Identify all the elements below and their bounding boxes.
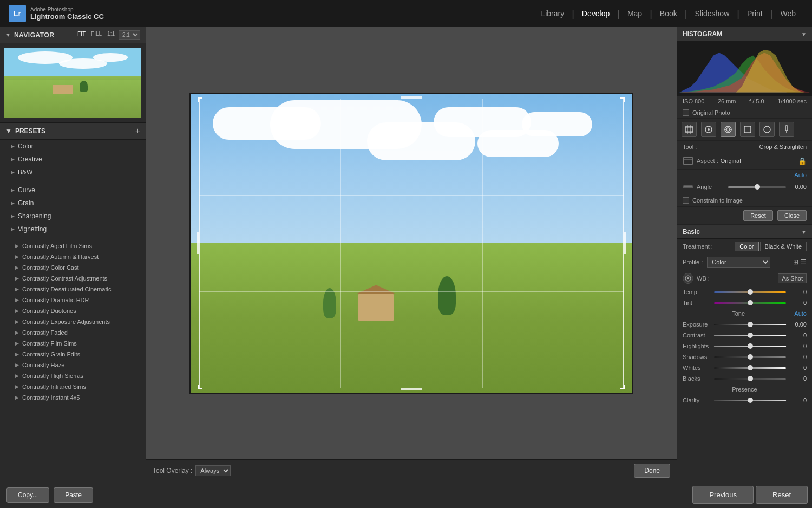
list-item[interactable]: ▶ Contrastly High Sierras (0, 370, 146, 381)
zoom-fit[interactable]: FIT (76, 30, 87, 40)
treatment-label: Treatment : (683, 243, 713, 250)
histogram-header[interactable]: Histogram ▼ (677, 27, 812, 42)
preset-gap-2 (0, 236, 146, 240)
list-item[interactable]: ▶ Contrastly Duotones (0, 305, 146, 316)
list-item[interactable]: ▶ Contrastly Dramatic HDR (0, 295, 146, 305)
whites-thumb[interactable] (748, 365, 753, 370)
auto-tone-button[interactable]: Auto (794, 310, 807, 317)
highlights-thumb[interactable] (748, 343, 753, 349)
list-item[interactable]: ▶ Contrastly Infrared Sims (0, 381, 146, 392)
angle-slider[interactable] (728, 186, 786, 188)
profile-grid-icon[interactable]: ⊞ (793, 258, 798, 266)
nav-book[interactable]: Book (652, 0, 685, 27)
list-item[interactable]: ▶ Contrastly Exposure Adjustments (0, 316, 146, 327)
exposure-thumb[interactable] (748, 322, 753, 327)
preset-group-grain-item[interactable]: ▶ Grain (0, 197, 146, 210)
crop-handle-tl[interactable] (198, 97, 202, 102)
list-item[interactable]: ▶ Contrastly Color Cast (0, 262, 146, 273)
reset-all-button[interactable]: Reset (756, 486, 808, 504)
zoom-custom[interactable]: 2:1 (119, 30, 140, 40)
list-item[interactable]: ▶ Contrastly Desaturated Cinematic (0, 284, 146, 295)
nav-print[interactable]: Print (739, 0, 770, 27)
crop-straighten-icon[interactable] (721, 122, 736, 137)
exposure-slider[interactable] (714, 324, 786, 325)
reset-crop-button[interactable]: Reset (743, 210, 773, 221)
crop-handle-br[interactable] (620, 385, 625, 389)
basic-panel-header[interactable]: Basic ▼ (677, 225, 812, 239)
clarity-label: Clarity (683, 397, 710, 403)
tool-overlay-select[interactable]: Always Never (195, 465, 231, 476)
treatment-bw-option[interactable]: Black & White (760, 242, 807, 251)
auto-button[interactable]: Auto (794, 172, 807, 178)
preset-group-bw-item[interactable]: ▶ B&W (0, 166, 146, 179)
crop-handle-bottom[interactable] (401, 388, 422, 390)
navigator-header[interactable]: ▼ Navigator FIT FILL 1:1 2:1 (0, 27, 146, 43)
clarity-slider[interactable] (714, 400, 786, 401)
list-item[interactable]: ▶ Contrastly Haze (0, 360, 146, 370)
shadows-slider[interactable] (714, 356, 786, 358)
nav-web[interactable]: Web (772, 0, 803, 27)
shadows-thumb[interactable] (748, 354, 753, 360)
blacks-slider[interactable] (714, 378, 786, 380)
crop-handle-bl[interactable] (198, 385, 202, 389)
add-preset-button[interactable]: + (135, 126, 140, 136)
done-button[interactable]: Done (634, 464, 670, 478)
preset-group-sharpening-item[interactable]: ▶ Sharpening (0, 210, 146, 223)
paste-button[interactable]: Paste (54, 487, 93, 503)
constrain-checkbox[interactable] (683, 197, 689, 204)
temp-thumb[interactable] (748, 289, 753, 295)
whites-slider[interactable] (714, 367, 786, 369)
preset-group-curve-item[interactable]: ▶ Curve (0, 184, 146, 197)
presence-header: Presence (677, 384, 812, 395)
spot-removal-icon[interactable] (701, 122, 716, 137)
list-item[interactable]: ▶ Contrastly Grain Edits (0, 349, 146, 360)
contrast-slider[interactable] (714, 335, 786, 336)
tint-slider[interactable] (714, 302, 786, 304)
temp-slider[interactable] (714, 291, 786, 293)
preset-group-vignetting-item[interactable]: ▶ Vignetting (0, 223, 146, 236)
crop-handle-left[interactable] (197, 232, 199, 254)
treatment-color-option[interactable]: Color (735, 242, 758, 251)
wb-eyedropper-icon[interactable] (683, 273, 693, 284)
blacks-thumb[interactable] (748, 376, 753, 381)
list-item[interactable]: ▶ Contrastly Aged Film Sims (0, 240, 146, 251)
tint-thumb[interactable] (748, 300, 753, 305)
previous-button[interactable]: Previous (692, 486, 754, 504)
nav-slideshow[interactable]: Slideshow (687, 0, 737, 27)
preset-group-creative-item[interactable]: ▶ Creative (0, 153, 146, 166)
preset-group-color-item[interactable]: ▶ Color (0, 140, 146, 153)
crop-tool-icon[interactable] (682, 122, 697, 137)
preset-item-tri: ▶ (15, 319, 19, 324)
presets-header[interactable]: ▼ Presets + (0, 122, 146, 140)
preset-item-label: Contrastly Haze (22, 362, 64, 368)
highlights-slider[interactable] (714, 346, 786, 347)
clarity-thumb[interactable] (748, 398, 753, 403)
list-item[interactable]: ▶ Contrastly Instant 4x5 (0, 392, 146, 403)
navigator-title: Navigator (14, 31, 76, 39)
crop-handle-tr[interactable] (620, 97, 625, 102)
contrast-thumb[interactable] (748, 333, 753, 338)
list-item[interactable]: ▶ Contrastly Faded (0, 327, 146, 338)
preset-group-sharpening-tri: ▶ (11, 213, 15, 219)
close-crop-button[interactable]: Close (777, 210, 807, 221)
nav-develop[interactable]: Develop (574, 0, 617, 27)
profile-list-icon[interactable]: ☰ (801, 258, 807, 266)
angle-thumb[interactable] (755, 184, 760, 190)
copy-button[interactable]: Copy... (6, 487, 49, 503)
zoom-1-1[interactable]: 1:1 (106, 30, 116, 40)
original-photo-checkbox[interactable] (683, 109, 689, 116)
crop-handle-top[interactable] (401, 96, 422, 99)
adjustment-brush-icon[interactable] (779, 122, 794, 137)
nav-library[interactable]: Library (533, 0, 572, 27)
nav-map[interactable]: Map (620, 0, 650, 27)
list-item[interactable]: ▶ Contrastly Contrast Adjustments (0, 273, 146, 284)
wb-value-select[interactable]: As Shot (778, 273, 807, 283)
aspect-lock-icon[interactable]: 🔒 (798, 157, 807, 165)
zoom-fill[interactable]: FILL (89, 30, 103, 40)
red-eye-icon[interactable] (740, 122, 755, 137)
list-item[interactable]: ▶ Contrastly Autumn & Harvest (0, 251, 146, 262)
list-item[interactable]: ▶ Contrastly Film Sims (0, 338, 146, 349)
profile-select[interactable]: Color Adobe Standard Camera Standard (707, 257, 770, 268)
crop-handle-right[interactable] (624, 232, 626, 254)
graduated-filter-icon[interactable] (759, 122, 775, 137)
